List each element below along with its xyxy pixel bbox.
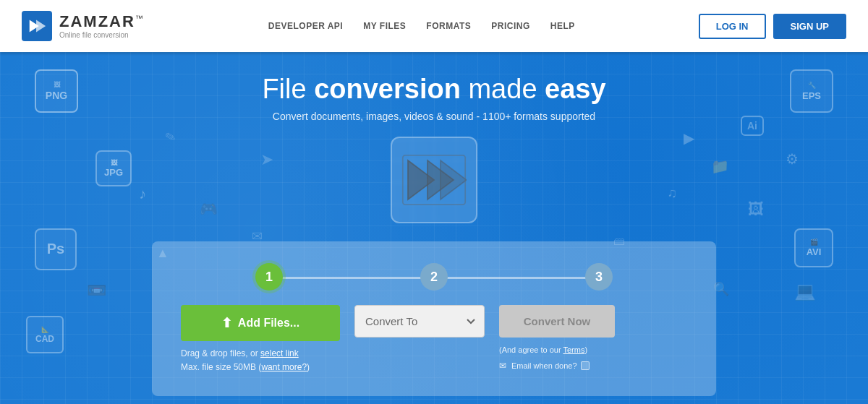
- float-png: 🖼 PNG: [35, 69, 78, 113]
- navbar: ZAMZAR™ Online file conversion DEVELOPER…: [0, 0, 868, 52]
- signup-button[interactable]: SIGN UP: [773, 14, 846, 39]
- step-3-circle: 3: [585, 263, 613, 291]
- svg-marker-1: [36, 20, 46, 33]
- logo-brand: ZAMZAR™: [59, 13, 145, 30]
- convert-notes: (And agree to our Terms) ✉ Email when do…: [499, 343, 590, 373]
- actions-row: ⬆ Add Files... Drag & drop files, or sel…: [181, 305, 687, 374]
- nav-buttons: LOG IN SIGN UP: [699, 14, 846, 39]
- float-ps: Ps: [35, 228, 77, 270]
- envelope-icon: ✉: [499, 358, 506, 373]
- float-music: ♪: [139, 186, 146, 202]
- upload-icon: ⬆: [221, 315, 232, 331]
- select-link[interactable]: select link: [260, 348, 299, 358]
- hero-subtitle: Convert documents, images, videos & soun…: [273, 111, 595, 122]
- add-files-label: Add Files...: [238, 317, 299, 330]
- nav-my-files[interactable]: MY FILES: [363, 21, 406, 31]
- hero: 🖼 PNG 🖼 JPG Ps 📐 CAD 🔧 EPS: [0, 52, 868, 404]
- logo: ZAMZAR™ Online file conversion: [22, 11, 145, 41]
- col-convert-to: Convert To3G23GP7ZAACAC3AIFAIFFAMRAPEAVI…: [354, 305, 485, 338]
- nav-help[interactable]: HELP: [550, 21, 575, 31]
- center-logo-box: [391, 137, 477, 223]
- email-checkbox-row: ✉ Email when done?: [499, 358, 590, 373]
- want-more-link[interactable]: want more?: [261, 362, 307, 372]
- nav-formats[interactable]: FORMATS: [426, 21, 471, 31]
- float-eps: 🔧 EPS: [790, 69, 833, 113]
- float-console: 🎮: [200, 200, 218, 218]
- step-1-circle: 1: [255, 263, 283, 291]
- float-cad: 📐 CAD: [26, 316, 64, 353]
- float-music-r: ♫: [668, 186, 678, 201]
- float-ai: Ai: [741, 116, 764, 136]
- hero-title: File conversion made easy: [262, 74, 605, 105]
- float-cassette: 📼: [87, 281, 106, 300]
- add-files-button[interactable]: ⬆ Add Files...: [181, 305, 340, 341]
- logo-text: ZAMZAR™ Online file conversion: [59, 13, 145, 38]
- nav-developer-api[interactable]: DEVELOPER API: [268, 21, 343, 31]
- col-convert-now: Convert Now (And agree to our Terms) ✉ E…: [499, 305, 615, 373]
- float-jpg: 🖼 JPG: [95, 150, 132, 186]
- step-2-circle: 2: [420, 263, 448, 291]
- float-avi: 🎬 AVI: [794, 228, 833, 267]
- logo-tagline: Online file conversion: [59, 31, 145, 39]
- nav-links: DEVELOPER API MY FILES FORMATS PRICING H…: [268, 21, 575, 31]
- file-hint: Drag & drop files, or select link Max. f…: [181, 347, 310, 374]
- convert-to-select[interactable]: Convert To3G23GP7ZAACAC3AIFAIFFAMRAPEAVI…: [354, 305, 485, 338]
- col-add-files: ⬆ Add Files... Drag & drop files, or sel…: [181, 305, 340, 374]
- convert-now-button[interactable]: Convert Now: [499, 305, 615, 338]
- email-when-done-label: Email when done?: [511, 359, 577, 373]
- float-laptop: 💻: [794, 281, 816, 301]
- float-image-r: 🖼: [748, 200, 764, 219]
- converter-panel: 1 2 3 ⬆ Add Files... Drag & drop files, …: [152, 241, 716, 396]
- terms-link[interactable]: Terms: [563, 345, 584, 354]
- center-logo: [383, 129, 485, 231]
- float-gear: ⚙: [786, 150, 799, 168]
- float-folder: 📁: [711, 158, 729, 175]
- float-arrow: ➤: [260, 150, 273, 169]
- nav-pricing[interactable]: PRICING: [491, 21, 530, 31]
- logo-icon: [22, 11, 52, 41]
- email-checkbox[interactable]: [581, 361, 590, 370]
- float-pencil: ✏: [162, 128, 179, 147]
- svg-marker-4: [441, 160, 467, 199]
- steps-row: 1 2 3: [181, 263, 687, 291]
- float-play: ▶: [684, 129, 694, 147]
- login-button[interactable]: LOG IN: [699, 14, 766, 39]
